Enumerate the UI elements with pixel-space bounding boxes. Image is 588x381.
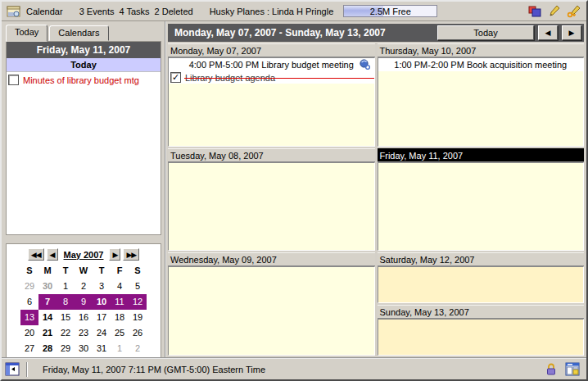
- day-cell-sunday: Sunday, May 13, 2007: [378, 305, 585, 356]
- mini-calendar-day[interactable]: 21: [38, 325, 57, 341]
- completed-task-row[interactable]: ✓ Library budget agenda: [169, 71, 374, 84]
- day-body-friday[interactable]: [378, 162, 585, 252]
- day-cell-tuesday: Tuesday, May 08, 2007: [168, 148, 375, 252]
- prev-month-icon[interactable]: ◀: [47, 248, 58, 261]
- completed-task-label[interactable]: Library budget agenda: [185, 73, 275, 83]
- today-button[interactable]: Today: [437, 25, 534, 40]
- mini-calendar-day[interactable]: 2: [129, 341, 147, 356]
- next-week-icon[interactable]: ▶: [562, 25, 581, 40]
- app-title: Calendar: [26, 7, 63, 16]
- event-label[interactable]: 1:00 PM-2:00 PM Book acquisition meeting: [394, 60, 567, 70]
- day-header-wednesday[interactable]: Wednesday, May 09, 2007: [168, 252, 375, 266]
- mini-calendar-day[interactable]: 7: [38, 294, 57, 310]
- calendar-window-icon[interactable]: [565, 362, 580, 376]
- today-panel-section-label: Today: [7, 58, 161, 71]
- collapse-panel-icon[interactable]: [5, 362, 20, 376]
- day-body-thursday[interactable]: 1:00 PM-2:00 PM Book acquisition meeting: [378, 57, 585, 147]
- day-header-tuesday[interactable]: Tuesday, May 08, 2007: [168, 148, 375, 162]
- day-header-monday[interactable]: Monday, May 07, 2007: [168, 43, 375, 57]
- mini-calendar-day[interactable]: 8: [57, 294, 75, 310]
- task-row[interactable]: Minutes of library budget mtg: [8, 75, 159, 85]
- weekend-slot: Saturday, May 12, 2007 Sunday, May 13, 2…: [378, 252, 585, 356]
- next-year-icon[interactable]: ▶▶: [123, 248, 139, 261]
- mini-calendar-day[interactable]: 22: [57, 325, 75, 341]
- mini-calendar-day[interactable]: 30: [75, 341, 93, 356]
- prev-year-icon[interactable]: ◀◀: [28, 248, 44, 261]
- day-header-thursday[interactable]: Thursday, May 10, 2007: [378, 43, 585, 57]
- app-window: Calendar 3 Events 4 Tasks 2 Deleted Husk…: [0, 0, 588, 381]
- mini-calendar-month-label[interactable]: May 2007: [64, 250, 104, 260]
- recurrence-icon: [360, 59, 370, 70]
- cascade-windows-icon[interactable]: [527, 5, 542, 18]
- tasks-count[interactable]: 4 Tasks: [119, 7, 149, 16]
- day-header-sunday[interactable]: Sunday, May 13, 2007: [378, 305, 585, 319]
- status-bar: Friday, May 11, 2007 7:11 PM (GMT-5:00) …: [2, 357, 586, 379]
- completed-task-checkbox[interactable]: ✓: [170, 72, 181, 83]
- day-body-tuesday[interactable]: [168, 162, 375, 252]
- mini-calendar-day[interactable]: 9: [75, 294, 93, 310]
- day-header-friday[interactable]: Friday, May 11, 2007: [378, 148, 585, 162]
- account-label: Husky Planes : Linda H Pringle: [210, 7, 334, 16]
- mini-calendar-day[interactable]: 28: [38, 341, 57, 356]
- mini-calendar-day[interactable]: 29: [57, 341, 75, 356]
- mini-calendar-day[interactable]: 1: [111, 341, 129, 356]
- mini-calendar-day[interactable]: 29: [20, 279, 38, 294]
- mini-calendar-day[interactable]: 16: [75, 310, 93, 325]
- mini-calendar-day[interactable]: 26: [129, 325, 147, 341]
- mini-calendar-day[interactable]: 15: [57, 310, 75, 325]
- day-body-wednesday[interactable]: [168, 266, 375, 356]
- day-body-monday[interactable]: 4:00 PM-5:00 PM Library budget meeting: [168, 57, 375, 147]
- mini-calendar-day[interactable]: 18: [111, 310, 129, 325]
- mini-calendar-day[interactable]: 24: [93, 325, 111, 341]
- today-task-list: Minutes of library budget mtg: [7, 71, 161, 234]
- mini-calendar-weekday: T: [57, 263, 75, 279]
- day-body-saturday[interactable]: [378, 266, 585, 303]
- event-book-acquisition-meeting[interactable]: 1:00 PM-2:00 PM Book acquisition meeting: [378, 58, 584, 71]
- sidebar: Today Calendars Friday, May 11, 2007 Tod…: [2, 21, 166, 357]
- mini-calendar-day[interactable]: 6: [20, 294, 38, 310]
- week-view: Monday, May 07, 2007 - Sunday, May 13, 2…: [166, 21, 586, 357]
- mini-calendar-day[interactable]: 3: [93, 279, 111, 294]
- sign-pen-key-icon[interactable]: [567, 5, 581, 18]
- mini-calendar-day[interactable]: 30: [38, 279, 57, 294]
- prev-week-icon[interactable]: ◀: [538, 25, 558, 40]
- edit-pencil-icon[interactable]: [547, 5, 562, 18]
- day-cell-saturday: Saturday, May 12, 2007: [378, 252, 585, 303]
- mini-calendar-day[interactable]: 19: [129, 310, 147, 325]
- mini-calendar-day[interactable]: 5: [129, 279, 147, 294]
- week-grid: Monday, May 07, 2007 4:00 PM-5:00 PM Lib…: [168, 43, 584, 356]
- mini-calendar-nav: ◀◀ ◀ May 2007 ▶ ▶▶: [28, 247, 139, 261]
- tab-today[interactable]: Today: [6, 25, 47, 42]
- deleted-count[interactable]: 2 Deleted: [155, 7, 193, 16]
- week-view-header: Monday, May 07, 2007 - Sunday, May 13, 2…: [168, 24, 584, 42]
- mini-calendar-day[interactable]: 11: [111, 294, 129, 310]
- day-header-saturday[interactable]: Saturday, May 12, 2007: [378, 252, 585, 266]
- sidebar-tabs: Today Calendars: [6, 24, 161, 41]
- tab-calendars[interactable]: Calendars: [49, 25, 108, 41]
- event-library-budget-meeting[interactable]: 4:00 PM-5:00 PM Library budget meeting: [169, 58, 374, 71]
- day-cell-wednesday: Wednesday, May 09, 2007: [168, 252, 375, 356]
- task-label[interactable]: Minutes of library budget mtg: [23, 75, 139, 85]
- mini-calendar-day[interactable]: 31: [93, 341, 111, 356]
- main-body: Today Calendars Friday, May 11, 2007 Tod…: [2, 21, 586, 357]
- mini-calendar-day[interactable]: 10: [93, 294, 111, 310]
- mini-calendar-day[interactable]: 27: [20, 341, 38, 356]
- week-column-right: Thursday, May 10, 2007 1:00 PM-2:00 PM B…: [378, 43, 585, 356]
- mini-calendar-day[interactable]: 20: [20, 325, 38, 341]
- mini-calendar-day[interactable]: 2: [75, 279, 93, 294]
- task-checkbox[interactable]: [8, 75, 19, 85]
- mini-calendar-weekday: F: [111, 263, 129, 279]
- mini-calendar-day[interactable]: 13: [20, 310, 38, 325]
- mini-calendar-day[interactable]: 4: [111, 279, 129, 294]
- next-month-icon[interactable]: ▶: [109, 248, 120, 261]
- lock-icon[interactable]: [544, 362, 559, 376]
- mini-calendar-day[interactable]: 12: [129, 294, 147, 310]
- day-body-sunday[interactable]: [378, 319, 585, 356]
- event-label[interactable]: 4:00 PM-5:00 PM Library budget meeting: [189, 60, 354, 70]
- mini-calendar-day[interactable]: 23: [75, 325, 93, 341]
- mini-calendar-day[interactable]: 25: [111, 325, 129, 341]
- mini-calendar-day[interactable]: 1: [57, 279, 75, 294]
- mini-calendar-day[interactable]: 14: [38, 310, 57, 325]
- events-count[interactable]: 3 Events: [79, 7, 115, 16]
- mini-calendar-day[interactable]: 17: [93, 310, 111, 325]
